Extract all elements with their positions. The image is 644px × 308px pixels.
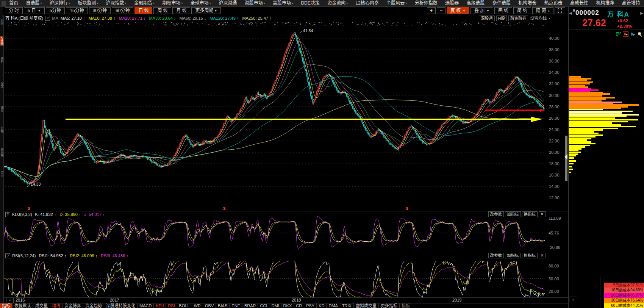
menu-item-板块监测[interactable]: 板块监测▾ [78,0,98,6]
button-换指标[interactable]: 换指标 [522,253,538,258]
button-改参数[interactable]: 改参数 [488,211,504,217]
tab-BIAS[interactable]: BIAS [216,303,230,308]
tab-RSI[interactable]: RSI [166,303,177,308]
menu-item-DDE决策[interactable]: DDE决策 [301,0,319,6]
tool-画线[interactable]: 画线 [494,7,512,14]
menu-item-高成长性[interactable]: 高成长性 [570,0,588,6]
tab-资金趋势[interactable]: 资金趋势 [83,303,104,308]
menu-item-机构推荐[interactable]: 机构推荐 [596,0,614,6]
tab-TRIX[interactable]: TRIX [340,303,354,308]
ma-settings-button[interactable]: 设置均线 ▾ [530,15,550,22]
scroll-left-button[interactable]: « [6,298,14,303]
period-月线[interactable]: 月线 [172,7,190,14]
menu-item-资金流向[interactable]: 资金流向▾ [327,0,348,6]
button-换指标[interactable]: 换指标 [522,211,538,217]
tool-叠加[interactable]: 叠加▼ [470,7,493,14]
menu-item-L2核心内参[interactable]: L2核心内参 [356,0,379,6]
button-加指标[interactable]: 加指标 [505,211,521,217]
tab-指标[interactable]: 指标 [0,303,13,308]
menu-item-沪深排行[interactable]: 沪深排行▾ [50,0,70,6]
period-30分钟[interactable]: 30分钟 [89,7,111,14]
sidebar-item-K线图[interactable]: K线图 [0,36,3,45]
tab-KDJ[interactable]: KDJ [154,303,166,308]
tool-+[interactable]: + [427,7,436,14]
menu-item-美股市场[interactable]: 美股市场▾ [273,0,293,6]
tab-DMI[interactable]: DMI [269,303,281,308]
menu-item-机构增仓[interactable]: 机构增仓 [518,0,536,6]
next-stock-icon[interactable]: ▶ [640,11,643,15]
close-icon[interactable]: ✕ [539,253,546,258]
tab-CCI[interactable]: CCI [258,303,269,308]
period-日线[interactable]: 日线 [134,7,152,14]
chart-canvas[interactable]: 40.0038.0036.0034.0032.0030.0028.0026.00… [0,0,644,308]
sidebar-item-多周期[interactable]: 多周期 [0,148,3,157]
tab-BRAR[interactable]: BRAR [242,303,258,308]
menu-item-高级选股[interactable]: 高级选股 [466,0,485,6]
menu-item-期权市场[interactable]: 期权市场▾ [162,0,183,6]
close-icon[interactable]: ✕ [539,211,546,217]
help-icon[interactable]: ? [5,253,10,258]
tool-复权[interactable]: 复权▼ [447,7,469,14]
tab-成交量[interactable]: 成交量 [33,303,50,308]
scroll-right-button[interactable]: » [569,297,577,302]
tab-PSY[interactable]: PSY [304,303,317,308]
menu-item-沪深指数[interactable]: 沪深指数▾ [106,0,127,6]
tab-ENE[interactable]: ENE [230,303,242,308]
tab-均线[interactable]: 均线 [50,303,63,308]
period-周线[interactable]: 周线 [153,7,171,14]
menu-item-全球市场[interactable]: 全球市场▾ [191,0,211,6]
tab-模板[interactable]: 模板 [400,303,412,308]
help-icon[interactable]: ? [5,212,10,217]
sidebar-item-价格[interactable]: 价格 [0,127,3,133]
period-分时[interactable]: 分时 [5,7,23,14]
button-加指标[interactable]: 加指标 [505,253,521,258]
period-15分钟[interactable]: 15分钟 [66,7,88,14]
kline-green-icon[interactable] [630,31,636,37]
tab-MACD[interactable]: MACD [138,303,154,308]
magnifier-icon[interactable] [637,31,643,37]
tab-DMA[interactable]: DMA [327,303,340,308]
sidebar-item-资金[interactable]: 资金 [0,171,3,177]
tab-虚拟成交量[interactable]: 虚拟成交量 [354,303,379,308]
menu-item-金融期货[interactable]: 金融期货▾ [134,0,155,6]
menu-item-自选股[interactable]: 自选股▾ [26,0,42,6]
button-H股[interactable]: H股 [496,16,507,21]
sidebar-item-分时[interactable]: 分时 [0,19,3,25]
menu-item-个股风云[interactable]: 个股风云▾ [386,0,407,6]
tab-WR[interactable]: WR [192,303,203,308]
sidebar-item-资料[interactable]: 资料 [0,57,3,63]
menu-item-首页[interactable]: 首页 [9,0,18,6]
tab-资金博弈[interactable]: 资金博弈 [63,303,83,308]
tab-DKX[interactable]: DKX [281,303,294,308]
tab-更多指标[interactable]: 更多指标 [379,303,400,308]
sidebar-item-成交[interactable]: 成交 [0,106,3,112]
help-icon[interactable]: ? [45,16,50,21]
mini-bars-icon[interactable] [616,31,621,37]
expand-icon[interactable] [555,7,565,14]
menu-item-分析师指数[interactable]: 分析师指数 [415,0,438,6]
tab-CR[interactable]: CR [294,303,304,308]
menu-item-条件选股[interactable]: 条件选股 [492,0,511,6]
prev-stock-icon[interactable]: ◀ [569,11,572,15]
button-深股通[interactable]: 深股通 [479,16,495,21]
tab-KD[interactable]: KD [317,303,327,308]
button-改参数[interactable]: 改参数 [488,253,504,258]
kline-red-icon[interactable] [623,31,628,37]
tab-恢复默认[interactable]: 恢复默认 [13,303,33,308]
menu-item-高管增持[interactable]: 高管增持 [622,0,640,6]
tool-简约[interactable]: 简约 [513,7,531,14]
period-更多周期[interactable]: 更多周期▼ [191,7,221,14]
menu-item-选股器[interactable]: 选股器 [445,0,459,6]
sidebar-item-深度[interactable]: 深度 [0,82,3,88]
period-60分钟[interactable]: 60分钟 [112,7,133,14]
menu-item-沪深港通[interactable]: 沪深港通 [219,0,237,6]
button-融资融券[interactable]: 融资融券 [508,16,528,21]
menu-item-港股市场[interactable]: 港股市场▾ [245,0,265,6]
tab-OBV[interactable]: OBV [203,303,216,308]
menu-item-热点追击[interactable]: 热点追击 [544,0,563,6]
period-5分钟[interactable]: 5分钟 [46,7,65,14]
period-5日[interactable]: 5日▼ [24,7,45,14]
tab-深股通持股变化[interactable]: 深股通持股变化 [104,303,138,308]
tab-BOLL[interactable]: BOLL [177,303,192,308]
tool-隐藏[interactable]: 隐藏» [532,7,553,14]
